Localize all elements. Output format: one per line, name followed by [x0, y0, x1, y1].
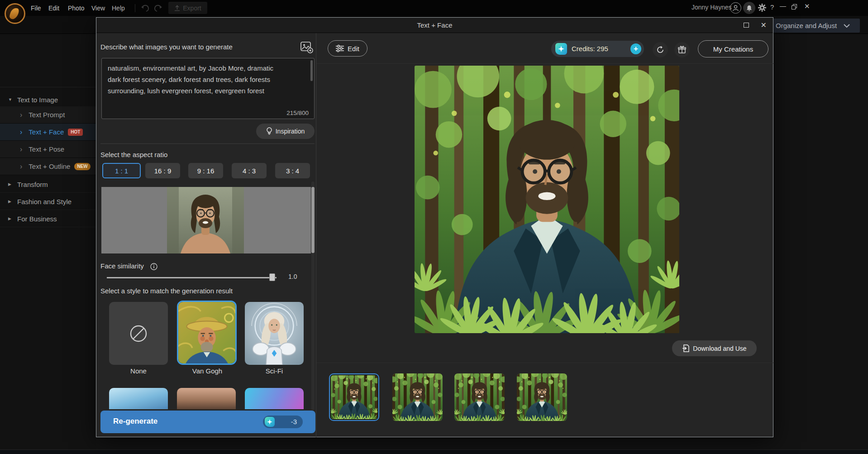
triangle-right-icon: ▶: [8, 182, 14, 186]
style-card-partial-2[interactable]: [177, 388, 236, 409]
window-restore-button[interactable]: [792, 4, 797, 10]
style-card-partial-1[interactable]: [109, 388, 168, 409]
new-badge: NEW: [74, 163, 90, 170]
download-file-icon: [682, 344, 689, 352]
credits-pill[interactable]: Credits: 295 +: [551, 41, 644, 57]
none-icon: [128, 323, 149, 344]
refresh-icon: [656, 46, 664, 54]
account-avatar-icon[interactable]: [730, 2, 741, 14]
face-similarity-value: 1.0: [288, 273, 297, 280]
sidebar-item-text-outline[interactable]: › Text + Outline NEW: [0, 158, 96, 175]
sidebar-item-text-prompt[interactable]: › Text Prompt: [0, 106, 96, 124]
style-card-none[interactable]: [109, 302, 168, 365]
sidebar-divider: [0, 87, 96, 87]
regenerate-button[interactable]: Re-generate -3: [100, 411, 315, 433]
window-close-button[interactable]: ✕: [804, 2, 810, 10]
aspect-option-9-16[interactable]: 9 : 16: [188, 163, 223, 178]
triangle-right-icon: ▶: [8, 216, 14, 221]
menu-photo[interactable]: Photo: [68, 4, 85, 13]
chevron-right-icon: ›: [20, 163, 22, 170]
hot-badge: HOT: [68, 129, 83, 136]
sidebar-group-fashion-style[interactable]: ▶ Fashion and Style: [0, 193, 96, 210]
credit-gem-icon: [555, 43, 567, 55]
style-card-partial-3[interactable]: [245, 388, 304, 409]
sidebar-group-transform[interactable]: ▶ Transform: [0, 176, 96, 193]
undo-icon[interactable]: [140, 4, 150, 12]
style-card-van-gogh[interactable]: [177, 301, 237, 365]
upload-icon: [174, 5, 180, 11]
credit-gem-icon: [265, 417, 275, 427]
aspect-option-1-1[interactable]: 1 : 1: [102, 163, 141, 178]
sidebar-group-for-business[interactable]: ▶ For Business: [0, 210, 96, 227]
edit-button[interactable]: Edit: [328, 40, 367, 57]
right-panel-divider: [316, 63, 774, 64]
triangle-right-icon: ▶: [8, 199, 14, 204]
export-button[interactable]: Export: [168, 2, 207, 14]
sidebar-group-text-to-image[interactable]: ▼ Text to Image: [0, 91, 96, 108]
user-name[interactable]: Jonny Haynes: [692, 4, 732, 11]
prompt-textarea[interactable]: naturalism, environmental art, by Jacob …: [101, 58, 315, 119]
gift-button[interactable]: [674, 42, 690, 57]
menubar-divider: [135, 4, 135, 12]
settings-gear-icon[interactable]: [757, 2, 768, 13]
sidebar-item-text-pose[interactable]: › Text + Pose: [0, 141, 96, 158]
add-credits-button[interactable]: +: [630, 43, 641, 54]
chevron-right-icon: ›: [20, 111, 22, 119]
info-icon[interactable]: [150, 263, 157, 270]
forest-portrait: [415, 66, 679, 333]
menu-help[interactable]: Help: [112, 4, 125, 13]
triangle-down-icon: ▼: [8, 97, 14, 102]
dialog-titlebar[interactable]: Text + Face ✕: [96, 18, 773, 33]
chevron-right-icon: ›: [20, 146, 22, 153]
section-divider: [100, 143, 315, 144]
aspect-option-16-9[interactable]: 16 : 9: [145, 163, 180, 178]
text-face-dialog: Text + Face ✕ Describe what images you w…: [96, 17, 773, 437]
lightbulb-icon: [266, 127, 272, 135]
redo-icon[interactable]: [153, 4, 163, 12]
panel-scrollbar[interactable]: [311, 182, 315, 410]
character-counter: 215/800: [286, 110, 309, 116]
refresh-button[interactable]: [653, 42, 668, 57]
chevron-right-icon: ›: [20, 129, 22, 136]
result-thumbnail-2[interactable]: [392, 373, 443, 421]
style-name-van-gogh: Van Gogh: [178, 367, 237, 375]
generated-image-preview[interactable]: [415, 66, 679, 333]
result-thumbnail-4[interactable]: [517, 373, 567, 421]
face-similarity-label: Face similarity: [100, 262, 144, 270]
face-similarity-slider-handle[interactable]: [269, 273, 275, 281]
chevron-down-icon: [844, 24, 850, 28]
result-thumbnail-3[interactable]: [454, 373, 505, 421]
window-menubar: File Edit Photo View Help Export Jonny H…: [0, 0, 868, 16]
reference-face-image[interactable]: [101, 187, 311, 253]
style-name-none: None: [109, 367, 168, 375]
app-logo-icon: [5, 3, 25, 24]
inspiration-button[interactable]: Inspiration: [256, 124, 315, 139]
menu-view[interactable]: View: [91, 4, 105, 13]
credit-cost-pill: -3: [263, 416, 303, 428]
result-thumbnail-1[interactable]: [329, 373, 379, 421]
app-window: File Edit Photo View Help Export Jonny H…: [0, 0, 868, 454]
panel-scrollbar-thumb[interactable]: [311, 187, 315, 253]
prompt-text: naturalism, environmental art, by Jacob …: [102, 58, 314, 98]
aspect-option-3-4[interactable]: 3 : 4: [275, 163, 310, 178]
notifications-bell-icon[interactable]: [743, 2, 755, 14]
prompt-label: Describe what images you want to generat…: [100, 43, 233, 51]
feature-sidebar: ▼ Text to Image › Text Prompt › Text + F…: [0, 34, 96, 454]
status-strip: [0, 449, 868, 454]
window-minimize-button[interactable]: —: [778, 2, 787, 12]
sidebar-item-text-face[interactable]: › Text + Face HOT: [0, 124, 96, 141]
style-card-sci-fi[interactable]: [245, 302, 304, 365]
download-and-use-button[interactable]: Download and Use: [672, 340, 757, 356]
dialog-close-button[interactable]: ✕: [761, 21, 767, 29]
aspect-option-4-3[interactable]: 4 : 3: [232, 163, 267, 178]
help-icon[interactable]: ?: [770, 3, 774, 11]
menu-file[interactable]: File: [31, 4, 41, 13]
textarea-scrollbar[interactable]: [310, 60, 313, 81]
dialog-maximize-button[interactable]: [744, 23, 749, 28]
my-creations-button[interactable]: My Creations: [698, 40, 768, 57]
menu-edit[interactable]: Edit: [48, 4, 59, 13]
panel-divider: [316, 33, 316, 437]
sci-fi-preview: [245, 302, 304, 365]
image-add-icon[interactable]: [300, 41, 313, 53]
face-similarity-slider[interactable]: [107, 277, 277, 278]
